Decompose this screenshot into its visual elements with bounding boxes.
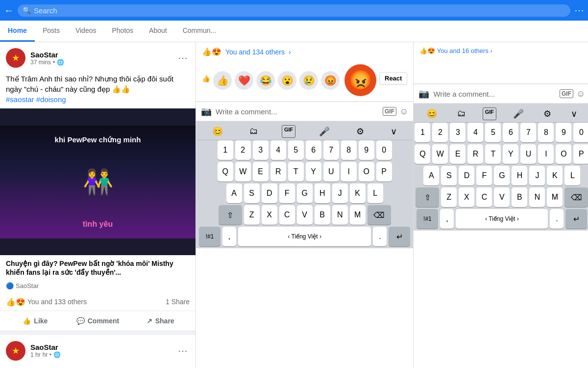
key-9-2[interactable]: 9 <box>556 123 571 142</box>
mic-toolbar-btn-2[interactable]: 🎤 <box>510 107 527 120</box>
key-h-2[interactable]: H <box>512 166 527 185</box>
search-input[interactable] <box>34 6 565 15</box>
key-8-1[interactable]: 8 <box>341 140 357 160</box>
back-button[interactable]: ← <box>4 5 14 16</box>
key-k-2[interactable]: K <box>547 166 563 185</box>
key-v-2[interactable]: V <box>494 187 510 207</box>
sticker-toolbar-btn-1[interactable]: 🗂 <box>246 125 261 138</box>
key-b-2[interactable]: B <box>512 187 527 207</box>
special-key-1[interactable]: !#1 <box>199 227 220 246</box>
key-o-2[interactable]: O <box>556 144 571 164</box>
expand-toolbar-btn-1[interactable]: ∨ <box>388 125 400 138</box>
key-e-1[interactable]: E <box>253 162 269 182</box>
key-b-1[interactable]: B <box>315 205 330 225</box>
key-a-1[interactable]: A <box>226 184 242 203</box>
reactions-line-2[interactable]: 👍😍 You and 16 others › <box>419 47 584 54</box>
key-2-2[interactable]: 2 <box>432 123 448 142</box>
key-6-2[interactable]: 6 <box>503 123 518 142</box>
react-label[interactable]: React <box>379 72 407 84</box>
key-x-2[interactable]: X <box>459 187 474 207</box>
key-w-2[interactable]: W <box>432 144 448 164</box>
key-j-1[interactable]: J <box>332 184 348 203</box>
tab-photos[interactable]: Photos <box>104 21 141 42</box>
key-d-2[interactable]: D <box>459 166 474 185</box>
key-t-1[interactable]: T <box>288 162 304 182</box>
key-j-2[interactable]: J <box>529 166 545 185</box>
key-a-2[interactable]: A <box>423 166 439 185</box>
key-u-2[interactable]: U <box>520 144 536 164</box>
tab-videos[interactable]: Videos <box>68 21 104 42</box>
wow-reaction-btn[interactable]: 😮 <box>278 71 296 90</box>
tab-posts[interactable]: Posts <box>35 21 68 42</box>
haha-reaction-btn[interactable]: 😂 <box>256 71 275 90</box>
key-1-1[interactable]: 1 <box>218 140 233 160</box>
share-count-1[interactable]: 1 Share <box>166 298 190 306</box>
key-d-1[interactable]: D <box>262 184 277 203</box>
key-i-2[interactable]: I <box>538 144 554 164</box>
key-n-2[interactable]: N <box>529 187 545 207</box>
key-y-1[interactable]: Y <box>306 162 321 182</box>
key-q-2[interactable]: Q <box>415 144 430 164</box>
key-6-1[interactable]: 6 <box>306 140 321 160</box>
key-s-2[interactable]: S <box>441 166 457 185</box>
enter-key-1[interactable]: ↵ <box>389 227 410 246</box>
key-r-1[interactable]: R <box>270 162 286 182</box>
settings-toolbar-btn-2[interactable]: ⚙ <box>540 107 554 120</box>
key-e-2[interactable]: E <box>450 144 466 164</box>
post-more-button-1[interactable]: ⋯ <box>176 50 190 66</box>
key-c-1[interactable]: C <box>279 205 295 225</box>
gif-button-1[interactable]: GIF <box>383 107 396 116</box>
key-l-1[interactable]: L <box>368 184 383 203</box>
key-2-1[interactable]: 2 <box>235 140 251 160</box>
smiley-toolbar-btn-1[interactable]: 😊 <box>209 125 226 138</box>
love-reaction-btn[interactable]: ❤️ <box>235 71 253 90</box>
tab-home[interactable]: Home <box>0 21 35 42</box>
sticker-toolbar-btn-2[interactable]: 🗂 <box>454 107 469 120</box>
key-z-1[interactable]: Z <box>244 205 260 225</box>
shift-key-2[interactable]: ⇧ <box>416 187 439 207</box>
more-options-button[interactable]: ⋯ <box>574 4 584 16</box>
reaction-count-1[interactable]: 👍😍 You and 133 others <box>6 297 87 307</box>
special-key-2[interactable]: !#1 <box>416 209 438 229</box>
key-s-1[interactable]: S <box>244 184 260 203</box>
expand-toolbar-btn-2[interactable]: ∨ <box>568 107 580 120</box>
search-bar[interactable]: 🔍 <box>18 4 570 17</box>
gif-toolbar-btn-1[interactable]: GIF <box>282 125 295 138</box>
tab-community[interactable]: Commun... <box>175 21 224 42</box>
key-l-2[interactable]: L <box>564 166 580 185</box>
key-f-2[interactable]: F <box>476 166 492 185</box>
key-9-1[interactable]: 9 <box>359 140 374 160</box>
comment-input-2[interactable] <box>433 90 557 98</box>
key-c-2[interactable]: C <box>476 187 492 207</box>
key-7-1[interactable]: 7 <box>323 140 339 160</box>
angry-reaction-btn[interactable]: 😡 <box>321 71 340 90</box>
emoji-button-2[interactable]: ☺ <box>576 89 585 99</box>
period-key-1[interactable]: . <box>373 227 387 246</box>
key-m-2[interactable]: M <box>547 187 563 207</box>
key-h-1[interactable]: H <box>315 184 330 203</box>
key-n-1[interactable]: N <box>332 205 348 225</box>
mic-toolbar-btn-1[interactable]: 🎤 <box>316 125 333 138</box>
enter-key-2[interactable]: ↵ <box>565 209 587 229</box>
key-y-2[interactable]: Y <box>503 144 518 164</box>
key-g-1[interactable]: G <box>297 184 313 203</box>
key-p-1[interactable]: P <box>376 162 392 182</box>
key-i-1[interactable]: I <box>341 162 357 182</box>
reactions-line-1[interactable]: 👍😍 You and 134 others › <box>202 47 407 56</box>
gif-toolbar-btn-2[interactable]: GIF <box>483 107 496 120</box>
comment-button-1[interactable]: 💬 Comment <box>67 313 129 329</box>
camera-icon-2[interactable]: 📷 <box>418 88 429 99</box>
key-v-1[interactable]: V <box>297 205 313 225</box>
shift-key-1[interactable]: ⇧ <box>219 205 242 225</box>
key-m-1[interactable]: M <box>350 205 366 225</box>
key-7-2[interactable]: 7 <box>520 123 536 142</box>
key-p-2[interactable]: P <box>573 144 588 164</box>
key-r-2[interactable]: R <box>467 144 483 164</box>
key-3-2[interactable]: 3 <box>450 123 466 142</box>
space-key-1[interactable]: ‹ Tiếng Việt › <box>238 227 371 246</box>
key-u-1[interactable]: U <box>323 162 339 182</box>
like-button-1[interactable]: 👍 Like <box>4 313 67 329</box>
key-5-2[interactable]: 5 <box>485 123 501 142</box>
smiley-toolbar-btn-2[interactable]: 😊 <box>423 107 440 120</box>
key-f-1[interactable]: F <box>279 184 295 203</box>
